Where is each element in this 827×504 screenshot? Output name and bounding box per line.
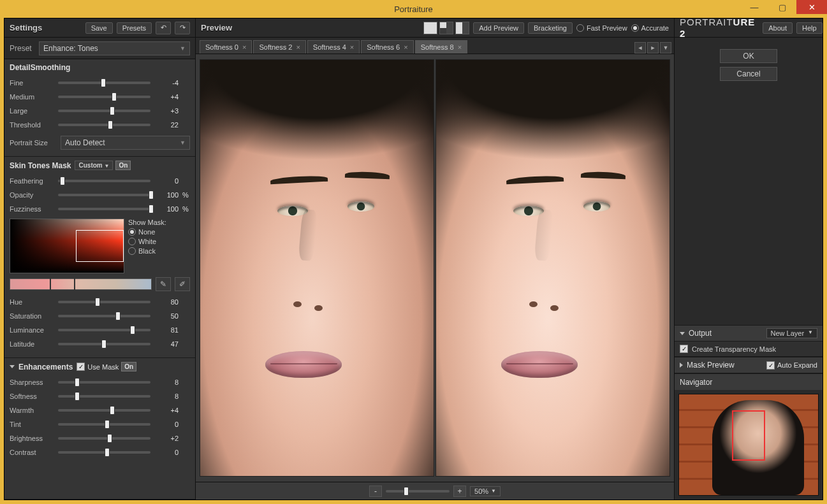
opacity-slider[interactable] — [58, 194, 150, 196]
large-slider[interactable] — [58, 110, 150, 112]
sharpness-slider[interactable] — [58, 381, 150, 384]
preset-value: Enhance: Tones — [43, 44, 98, 53]
help-button[interactable]: Help — [796, 22, 823, 34]
tab-softness-2[interactable]: Softness 2× — [253, 40, 305, 54]
tab-close-icon[interactable]: × — [458, 43, 462, 51]
fast-preview-radio[interactable] — [576, 24, 584, 32]
sharpness-label: Sharpness — [10, 378, 54, 386]
undo-icon[interactable]: ↶ — [156, 22, 171, 34]
tab-next-icon[interactable]: ► — [647, 42, 659, 54]
mask-white-radio[interactable] — [128, 238, 136, 245]
view-split-button[interactable] — [455, 22, 469, 34]
brightness-label: Brightness — [10, 435, 54, 442]
output-label: Output — [689, 329, 712, 338]
latitude-value: 47 — [154, 340, 179, 348]
saturation-label: Saturation — [10, 312, 54, 320]
preset-select[interactable]: Enhance: Tones▼ — [39, 41, 190, 55]
zoom-in-button[interactable]: + — [453, 486, 466, 497]
minimize-button[interactable]: — — [740, 0, 768, 14]
portrait-size-label: Portrait Size — [10, 139, 55, 147]
enhancements-section: Enhancements ✓Use Mask On Sharpness 8 So… — [4, 358, 195, 500]
luminance-slider[interactable] — [58, 329, 150, 331]
warmth-slider[interactable] — [58, 409, 150, 412]
mask-black-radio[interactable] — [128, 247, 136, 255]
softness-value: 8 — [154, 392, 179, 400]
sharpness-value: 8 — [154, 378, 179, 386]
softness-slider[interactable] — [58, 395, 150, 398]
view-single-button[interactable] — [423, 22, 437, 34]
mask-preview-disclosure-icon[interactable] — [680, 363, 683, 368]
feathering-slider[interactable] — [58, 180, 150, 182]
bracketing-button[interactable]: Bracketing — [528, 22, 573, 34]
about-button[interactable]: About — [763, 22, 793, 34]
navigator-thumbnail[interactable] — [678, 394, 819, 496]
zoom-value-select[interactable]: 50%▼ — [470, 486, 501, 496]
output-disclosure-icon[interactable] — [680, 332, 685, 335]
fuzziness-value: 100 — [154, 205, 179, 213]
enhancements-disclosure-icon[interactable] — [10, 365, 15, 368]
saturation-value: 50 — [154, 312, 179, 320]
eyedropper-minus-icon[interactable]: ✐ — [175, 277, 190, 291]
show-mask-label: Show Mask: — [128, 219, 190, 226]
skin-on-toggle[interactable]: On — [115, 161, 131, 170]
tab-close-icon[interactable]: × — [350, 43, 354, 51]
saturation-slider[interactable] — [58, 315, 150, 317]
portrait-size-value: Auto Detect — [65, 138, 105, 147]
brightness-slider[interactable] — [58, 437, 150, 440]
save-button[interactable]: Save — [85, 22, 113, 34]
tab-close-icon[interactable]: × — [404, 43, 407, 51]
ok-button[interactable]: OK — [720, 49, 777, 63]
auto-expand-checkbox[interactable]: ✓ — [766, 361, 775, 370]
skin-tones-title: Skin Tones Mask — [10, 161, 71, 170]
zoom-slider[interactable] — [386, 490, 450, 493]
large-label: Large — [10, 107, 54, 115]
medium-slider[interactable] — [58, 96, 150, 98]
fine-slider[interactable] — [58, 82, 150, 84]
tint-slider[interactable] — [58, 423, 150, 426]
tab-softness-6[interactable]: Softness 6× — [361, 40, 413, 54]
use-mask-checkbox[interactable]: ✓ — [77, 363, 85, 371]
zoom-out-button[interactable]: - — [369, 486, 382, 497]
view-stack-button[interactable] — [439, 22, 453, 34]
threshold-slider[interactable] — [58, 124, 150, 126]
enh-on-toggle[interactable]: On — [121, 362, 136, 371]
preview-after[interactable] — [435, 59, 670, 477]
window-title: Portraiture — [394, 4, 433, 14]
portrait-size-select[interactable]: Auto Detect▼ — [61, 136, 190, 150]
hue-slider[interactable] — [58, 301, 150, 303]
mask-none-radio[interactable] — [128, 228, 136, 236]
threshold-label: Threshold — [10, 121, 54, 129]
tab-softness-0[interactable]: Softness 0× — [200, 40, 252, 54]
accurate-radio[interactable] — [631, 24, 639, 32]
transparency-checkbox[interactable]: ✓ — [680, 345, 688, 353]
contrast-slider[interactable] — [58, 451, 150, 454]
output-select[interactable]: New Layer▼ — [766, 328, 818, 338]
skin-mode-select[interactable]: Custom ▼ — [75, 161, 113, 170]
navigator-viewport[interactable] — [732, 410, 765, 461]
tab-close-icon[interactable]: × — [242, 43, 246, 51]
cancel-button[interactable]: Cancel — [720, 67, 777, 81]
hue-bar[interactable] — [10, 278, 152, 290]
tab-menu-icon[interactable]: ▼ — [660, 42, 671, 54]
fuzziness-slider[interactable] — [58, 208, 150, 210]
latitude-slider[interactable] — [58, 343, 150, 345]
redo-icon[interactable]: ↷ — [175, 22, 190, 34]
opacity-label: Opacity — [10, 191, 54, 199]
preset-label: Preset — [10, 44, 35, 53]
preview-before[interactable] — [200, 59, 434, 477]
color-picker[interactable] — [10, 219, 124, 273]
maximize-button[interactable]: ▢ — [768, 0, 796, 14]
tab-softness-4[interactable]: Softness 4× — [307, 40, 360, 54]
eyedropper-icon[interactable]: ✎ — [156, 277, 171, 291]
close-button[interactable]: ✕ — [796, 0, 827, 14]
presets-button[interactable]: Presets — [117, 22, 152, 34]
tab-prev-icon[interactable]: ◄ — [634, 42, 646, 54]
tab-softness-8[interactable]: Softness 8× — [415, 40, 467, 54]
mask-preview-label: Mask Preview — [687, 361, 735, 370]
add-preview-button[interactable]: Add Preview — [473, 22, 524, 34]
fuzziness-label: Fuzziness — [10, 205, 54, 213]
contrast-value: 0 — [154, 449, 179, 456]
tab-close-icon[interactable]: × — [296, 43, 300, 51]
tint-value: 0 — [154, 421, 179, 428]
transparency-label: Create Transparency Mask — [692, 345, 776, 353]
